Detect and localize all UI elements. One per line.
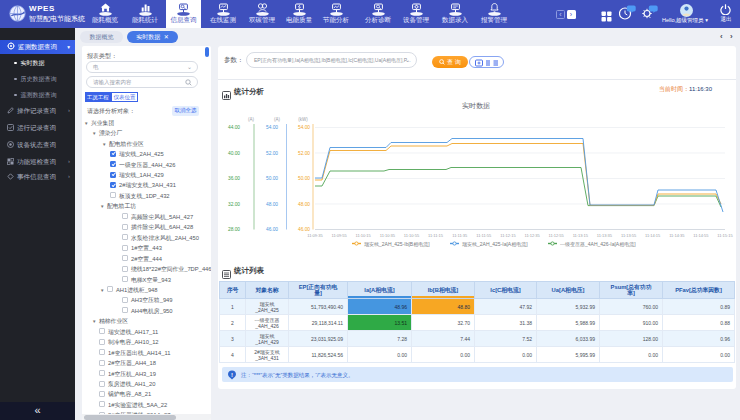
svg-text:(kW): (kW): [298, 117, 308, 122]
svg-text:11:15:15: 11:15:15: [717, 233, 733, 238]
svg-text:52.00: 52.00: [298, 151, 310, 156]
svg-text:11:09:35: 11:09:35: [307, 233, 323, 238]
svg-text:54.00: 54.00: [266, 125, 278, 130]
svg-text:(A): (A): [274, 117, 281, 122]
svg-text:50.00: 50.00: [266, 176, 278, 181]
svg-text:11:12:35: 11:12:35: [524, 233, 540, 238]
svg-text:11:13:35: 11:13:35: [597, 233, 613, 238]
svg-text:52.00: 52.00: [266, 151, 278, 156]
svg-text:11:10:15: 11:10:15: [356, 233, 372, 238]
svg-text:50.00: 50.00: [298, 176, 310, 181]
svg-text:11:14:35: 11:14:35: [669, 233, 685, 238]
svg-text:!: !: [231, 371, 233, 377]
svg-text:48.00: 48.00: [298, 202, 310, 207]
svg-text:54.00: 54.00: [298, 125, 310, 130]
svg-text:46.00: 46.00: [266, 227, 278, 232]
svg-text:40.00: 40.00: [228, 151, 240, 156]
svg-text:44.00: 44.00: [228, 125, 240, 130]
svg-text:28.00: 28.00: [228, 227, 240, 232]
svg-text:36.00: 36.00: [228, 176, 240, 181]
svg-text:11:14:55: 11:14:55: [693, 233, 709, 238]
svg-text:32.00: 32.00: [228, 202, 240, 207]
svg-text:11:12:55: 11:12:55: [549, 233, 565, 238]
svg-text:11:09:55: 11:09:55: [331, 233, 347, 238]
svg-text:11:11:15: 11:11:15: [428, 233, 444, 238]
svg-text:46.00: 46.00: [298, 227, 310, 232]
svg-text:11:11:35: 11:11:35: [452, 233, 468, 238]
svg-text:11:12:15: 11:12:15: [500, 233, 516, 238]
svg-text:实时数据: 实时数据: [462, 102, 490, 110]
svg-text:11:13:55: 11:13:55: [621, 233, 637, 238]
svg-text:11:10:55: 11:10:55: [404, 233, 420, 238]
svg-text:瑞安线_2AH_425-Ib[B相电流]: 瑞安线_2AH_425-Ib[B相电流]: [364, 241, 430, 248]
svg-text:一级变压器_4AH_426-Ia[A相电流]: 一级变压器_4AH_426-Ia[A相电流]: [560, 241, 636, 248]
svg-text:11:11:55: 11:11:55: [476, 233, 492, 238]
svg-text:48.00: 48.00: [266, 202, 278, 207]
svg-text:瑞安线_2AH_425-Ia[A相电流]: 瑞安线_2AH_425-Ia[A相电流]: [462, 241, 528, 248]
svg-text:11:10:35: 11:10:35: [380, 233, 396, 238]
svg-text:11:13:15: 11:13:15: [573, 233, 589, 238]
svg-text:11:14:15: 11:14:15: [645, 233, 661, 238]
svg-text:(A): (A): [248, 117, 255, 122]
